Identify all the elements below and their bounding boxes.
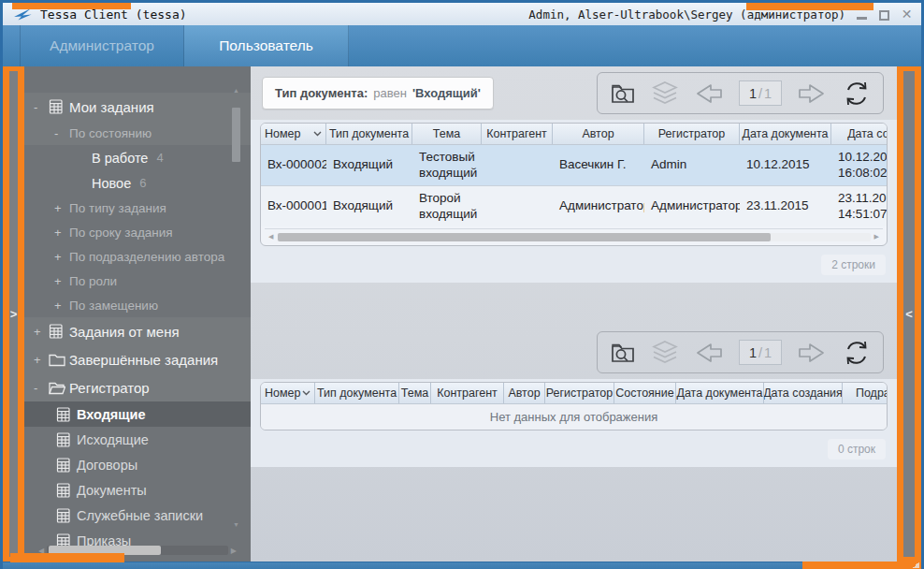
expander-icon[interactable]: + xyxy=(54,250,69,264)
sidebar-item[interactable]: -Регистратор xyxy=(24,373,251,401)
column-header[interactable]: Автор xyxy=(553,124,644,144)
next-page-button[interactable] xyxy=(796,81,828,106)
right-splitter-highlight: < xyxy=(897,66,921,562)
layers-button[interactable] xyxy=(651,340,679,366)
sidebar-item[interactable]: В работе4 xyxy=(24,145,251,170)
expander-icon[interactable]: - xyxy=(34,100,49,114)
sidebar-item[interactable]: Новое6 xyxy=(24,170,251,196)
item-count: 6 xyxy=(139,176,146,190)
expander-icon[interactable]: + xyxy=(54,299,69,313)
left-splitter[interactable]: > xyxy=(9,71,18,557)
table-cell: Тестовый входящий xyxy=(412,145,482,185)
tab-administrator[interactable]: Администратор xyxy=(20,25,184,66)
sidebar-tree: -Мои задания-По состояниюВ работе4Новое6… xyxy=(24,66,251,562)
sidebar-item[interactable]: -Мои задания xyxy=(24,93,251,121)
column-header[interactable]: Тема xyxy=(399,383,431,403)
table1-horizontal-scrollbar[interactable]: ◀ ▶ xyxy=(265,228,883,242)
column-header[interactable]: Тип документа xyxy=(315,383,399,403)
sidebar-item[interactable]: +По замещению xyxy=(24,293,251,317)
doc-icon xyxy=(49,324,69,339)
table-cell: Входящий xyxy=(326,186,412,226)
sidebar-item[interactable]: Служебные записки xyxy=(24,503,251,528)
prev-page-button[interactable] xyxy=(693,341,725,365)
maximize-button[interactable] xyxy=(877,8,891,21)
refresh-button[interactable] xyxy=(842,80,872,108)
sidebar-vertical-scrollbar[interactable]: ▲ ▼ xyxy=(232,96,240,517)
column-header[interactable]: Номер xyxy=(261,383,315,403)
column-header[interactable]: Тип документа xyxy=(326,124,412,144)
sidebar-item[interactable]: Входящие xyxy=(24,401,251,427)
table-row[interactable]: Вх-000001ВходящийВторой входящийАдминист… xyxy=(261,186,887,226)
column-header[interactable]: Дата создания xyxy=(831,124,888,144)
column-header[interactable]: Тема xyxy=(412,124,482,144)
search-view-button[interactable] xyxy=(609,340,637,366)
scroll-right-icon[interactable]: ▶ xyxy=(228,547,239,555)
close-button[interactable]: ✕ xyxy=(900,8,914,21)
sidebar-item[interactable]: +По роли xyxy=(24,269,251,293)
page-indicator[interactable]: 1/1 xyxy=(739,80,782,106)
scroll-down-icon[interactable]: ▼ xyxy=(232,521,240,528)
doc-icon xyxy=(49,99,69,114)
sidebar-item-label: По замещению xyxy=(69,299,158,313)
sidebar-item[interactable]: Договоры xyxy=(24,452,251,477)
doc-icon xyxy=(56,483,77,498)
column-header[interactable]: Контрагент xyxy=(482,124,553,144)
filter-field: Тип документа: xyxy=(275,86,368,100)
sidebar-item-label: По сроку задания xyxy=(69,226,173,240)
expander-icon[interactable]: + xyxy=(54,201,69,215)
sidebar-item-label: Договоры xyxy=(77,458,137,473)
table1-toolbar: 1/1 xyxy=(597,72,884,114)
sidebar-item[interactable]: +По подразделению автора xyxy=(24,244,251,269)
scroll-right-icon[interactable]: ▶ xyxy=(871,233,883,241)
page-indicator[interactable]: 1/1 xyxy=(739,340,782,365)
tab-user[interactable]: Пользователь xyxy=(184,25,349,66)
expand-right-icon: > xyxy=(10,307,18,321)
expander-icon[interactable]: + xyxy=(54,274,69,288)
column-header[interactable]: Регистратор xyxy=(545,383,614,403)
column-header[interactable]: Регистратор xyxy=(644,124,740,144)
sidebar-item[interactable]: +По сроку задания xyxy=(24,220,251,244)
column-header[interactable]: Состояние xyxy=(614,383,676,403)
filter-value: 'Входящий' xyxy=(412,86,481,100)
expander-icon[interactable]: - xyxy=(54,126,69,140)
table-row[interactable]: Вх-000002ВходящийТестовый входящийВасечк… xyxy=(261,145,887,186)
resize-grip[interactable] xyxy=(912,562,919,568)
layers-button[interactable] xyxy=(651,80,679,107)
scroll-left-icon[interactable]: ◀ xyxy=(265,233,277,241)
column-header[interactable]: Автор xyxy=(504,383,545,403)
table1-row-count-badge: 2 строки xyxy=(821,255,886,275)
column-header[interactable]: Контрагент xyxy=(431,383,504,403)
expander-icon[interactable]: + xyxy=(34,325,49,339)
prev-page-button[interactable] xyxy=(693,81,725,106)
column-header[interactable]: Подразделение xyxy=(843,383,888,403)
column-header[interactable]: Номер xyxy=(261,124,326,144)
doc-icon xyxy=(56,458,77,473)
refresh-button[interactable] xyxy=(842,339,872,367)
sidebar-item[interactable]: -По состоянию xyxy=(24,121,251,145)
table-cell: 23.11.2015 xyxy=(740,186,831,226)
table-cell xyxy=(482,186,553,226)
left-splitter-highlight: > xyxy=(3,66,24,562)
table1-scroll-thumb[interactable] xyxy=(278,233,770,241)
sort-descending-icon xyxy=(313,131,322,137)
right-splitter[interactable]: < xyxy=(903,71,915,557)
table-cell: Вх-000001 xyxy=(261,186,326,226)
expander-icon[interactable]: + xyxy=(54,226,69,240)
sidebar-item[interactable]: Документы xyxy=(24,477,251,503)
sidebar-item[interactable]: +Задания от меня xyxy=(24,317,251,345)
column-header[interactable]: Дата создания xyxy=(764,383,843,403)
search-view-button[interactable] xyxy=(609,80,637,107)
filter-chip[interactable]: Тип документа: равен 'Входящий' xyxy=(262,77,494,109)
scroll-up-icon[interactable]: ▲ xyxy=(232,87,240,94)
next-page-button[interactable] xyxy=(796,341,828,365)
sidebar-item[interactable]: +По типу задания xyxy=(24,196,251,220)
sidebar-item[interactable]: +Завершённые задания xyxy=(24,345,251,373)
expander-icon[interactable]: - xyxy=(34,381,49,395)
column-header[interactable]: Дата документа xyxy=(740,124,831,144)
highlight-mark-bottom-left xyxy=(10,553,124,562)
vertical-scroll-thumb[interactable] xyxy=(232,108,240,162)
expander-icon[interactable]: + xyxy=(34,353,49,367)
sidebar-item-label: По подразделению автора xyxy=(69,250,224,264)
sidebar-item[interactable]: Исходящие xyxy=(24,427,251,452)
column-header[interactable]: Дата документа xyxy=(676,383,764,403)
